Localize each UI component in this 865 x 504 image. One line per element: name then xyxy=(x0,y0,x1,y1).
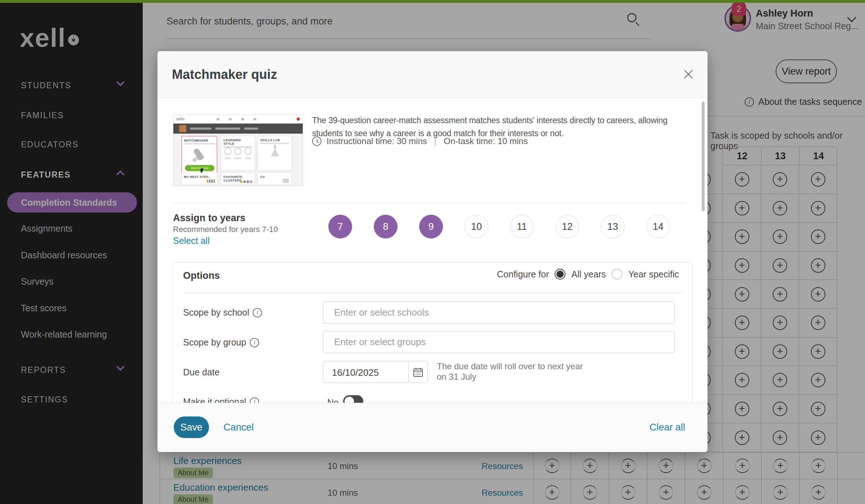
instructional-time: Instructional time: 30 mins xyxy=(327,136,427,146)
scope-by-school-label: Scope by school i xyxy=(183,307,262,318)
thumb-notification-dot xyxy=(297,117,300,121)
thumb-cards: MATCHMAKER Start the Quiz LEARNING STYLE… xyxy=(173,134,303,186)
year-toggle-13[interactable]: 13 xyxy=(601,215,625,238)
assign-to-years-label: Assign to years xyxy=(173,213,245,224)
configure-for-label: Configure for xyxy=(497,269,549,280)
scope-by-group-label: Scope by group i xyxy=(183,337,259,348)
matchmaker-quiz-modal: Matchmaker quiz xello MATCHMAK xyxy=(158,51,707,452)
rocket-icon xyxy=(191,147,207,163)
modal-footer: Save Cancel Clear all xyxy=(158,403,707,452)
section-divider xyxy=(173,202,685,203)
close-icon[interactable] xyxy=(683,68,694,80)
options-divider xyxy=(182,293,683,293)
calendar-icon[interactable] xyxy=(408,361,427,383)
optional-toggle[interactable] xyxy=(343,395,363,403)
thumb-card-learning-style: LEARNING STYLE Visual Auditory Tactile xyxy=(221,136,255,170)
scope-by-group-input[interactable]: Enter or select groups xyxy=(323,331,675,353)
make-it-optional-label: Make it optional i xyxy=(183,397,259,403)
clock-icon xyxy=(312,137,321,146)
toggle-value-label: No xyxy=(327,397,339,403)
task-preview-thumbnail: xello MATCHMAKER Start the Quiz xyxy=(173,115,303,186)
time-info-row: Instructional time: 30 mins | On-task ti… xyxy=(312,136,528,146)
info-icon[interactable]: i xyxy=(250,397,259,403)
thumb-card-my-next-step: MY NEXT STEP... xyxy=(181,173,217,185)
thumb-avatar xyxy=(179,125,186,132)
modal-body: xello MATCHMAKER Start the Quiz xyxy=(158,98,707,403)
thumb-card-matchmaker: MATCHMAKER Start the Quiz xyxy=(181,136,217,174)
on-task-time: On-task time: 10 mins xyxy=(444,136,528,146)
thumb-card-cv: CV xyxy=(258,173,292,185)
people-icons xyxy=(207,179,215,183)
year-toggle-9[interactable]: 9 xyxy=(419,215,443,238)
scope-by-school-input[interactable]: Enter or select schools xyxy=(323,302,675,324)
thumb-nav-icons xyxy=(217,118,256,120)
year-specific-radio[interactable] xyxy=(612,269,622,280)
due-date-value: 16/10/2025 xyxy=(332,367,379,378)
clear-all-link[interactable]: Clear all xyxy=(649,422,685,433)
desk-icon xyxy=(283,179,289,183)
due-date-note: The due date will roll over to next year… xyxy=(437,361,592,382)
year-toggle-14[interactable]: 14 xyxy=(646,215,670,238)
start-quiz-button: Start the Quiz xyxy=(185,165,214,171)
year-selector: 7 8 9 10 11 12 13 14 xyxy=(328,215,670,238)
thumb-card-favourite-clusters: FAVOURITE CLUSTERS xyxy=(221,173,255,185)
year-toggle-7[interactable]: 7 xyxy=(328,215,352,238)
year-toggle-11[interactable]: 11 xyxy=(510,215,534,238)
options-label: Options xyxy=(183,270,220,281)
year-toggle-12[interactable]: 12 xyxy=(555,215,579,238)
year-toggle-10[interactable]: 10 xyxy=(465,215,488,238)
cancel-button[interactable]: Cancel xyxy=(223,422,254,433)
due-date-label: Due date xyxy=(183,367,219,378)
save-button[interactable]: Save xyxy=(174,416,209,438)
flask-icon xyxy=(271,148,279,156)
configure-for-row: Configure for All years Year specific xyxy=(497,269,679,280)
select-all-link[interactable]: Select all xyxy=(173,236,209,246)
thumb-logo: xello xyxy=(176,117,185,121)
modal-header: Matchmaker quiz xyxy=(158,51,707,98)
options-panel: Options Configure for All years Year spe… xyxy=(173,262,692,403)
year-specific-label: Year specific xyxy=(628,269,679,280)
due-date-input[interactable]: 16/10/2025 xyxy=(323,361,428,383)
thumb-card-skills-lab: SKILLS LAB xyxy=(258,136,292,170)
modal-title: Matchmaker quiz xyxy=(172,67,277,82)
year-toggle-8[interactable]: 8 xyxy=(374,215,398,238)
modal-scrollbar[interactable] xyxy=(702,102,705,211)
all-years-radio[interactable] xyxy=(555,269,565,280)
cluster-dots xyxy=(240,180,252,183)
all-years-label: All years xyxy=(571,269,606,280)
info-icon[interactable]: i xyxy=(250,338,259,347)
thumb-profile-bar xyxy=(173,124,303,134)
recommended-years-text: Recommended for years 7-10 xyxy=(173,225,278,234)
app-window: xell STUDENTS FAMILIES EDUCATORS FEATURE… xyxy=(0,0,865,504)
info-icon[interactable]: i xyxy=(253,308,262,317)
